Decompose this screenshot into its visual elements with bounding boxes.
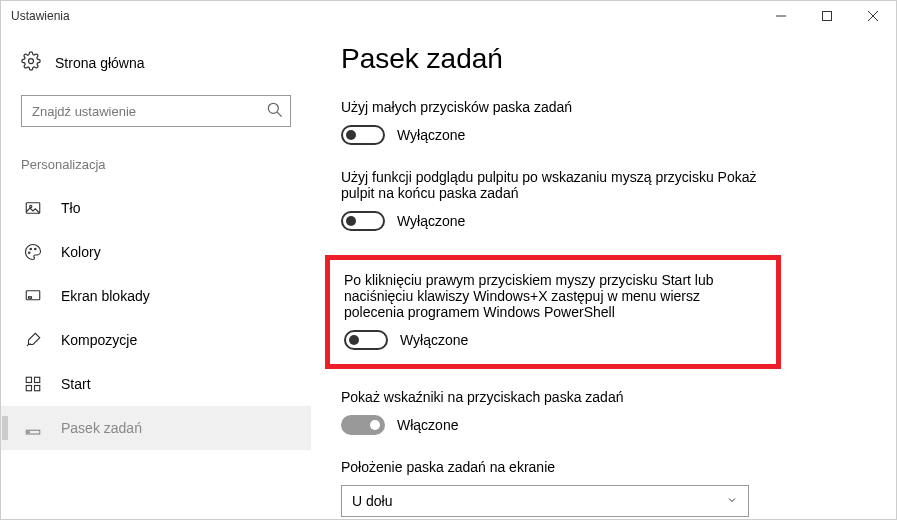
sidebar-item-label: Pasek zadań (61, 420, 142, 436)
setting-position: Położenie paska zadań na ekranie U dołu (341, 459, 866, 517)
home-link[interactable]: Strona główna (21, 51, 291, 75)
main-panel: Pasek zadań Użyj małych przycisków paska… (311, 31, 896, 519)
lockscreen-icon (23, 287, 43, 305)
setting-label: Użyj małych przycisków paska zadań (341, 99, 761, 115)
sidebar-item-themes[interactable]: Kompozycje (1, 318, 311, 362)
chevron-down-icon (726, 494, 738, 509)
toggle-state: Wyłączone (400, 332, 468, 348)
page-title: Pasek zadań (341, 43, 866, 75)
brush-icon (23, 331, 43, 349)
active-indicator (2, 416, 8, 440)
toggle-peek[interactable] (341, 211, 385, 231)
setting-badges: Pokaż wskaźniki na przyciskach paska zad… (341, 389, 866, 435)
sidebar-item-taskbar[interactable]: Pasek zadań (1, 406, 311, 450)
start-icon (23, 375, 43, 393)
sidebar-nav: Tło Kolory Ekran blokady Kompozycje (1, 186, 311, 450)
sidebar-item-colors[interactable]: Kolory (1, 230, 311, 274)
category-label: Personalizacja (21, 157, 291, 172)
toggle-state: Wyłączone (397, 127, 465, 143)
svg-rect-13 (29, 297, 32, 299)
toggle-state: Włączone (397, 417, 458, 433)
sidebar-item-label: Start (61, 376, 91, 392)
svg-point-9 (29, 252, 31, 254)
svg-line-6 (277, 112, 282, 117)
setting-label: Po kliknięciu prawym przyciskiem myszy p… (344, 272, 762, 320)
window-titlebar: Ustawienia (1, 1, 896, 31)
sidebar-item-label: Ekran blokady (61, 288, 150, 304)
sidebar-item-label: Kompozycje (61, 332, 137, 348)
home-label: Strona główna (55, 55, 145, 71)
sidebar-item-lockscreen[interactable]: Ekran blokady (1, 274, 311, 318)
minimize-button[interactable] (758, 1, 804, 31)
gear-icon (21, 51, 41, 75)
setting-label: Użyj funkcji podglądu pulpitu po wskazan… (341, 169, 761, 201)
window-title: Ustawienia (11, 9, 70, 23)
toggle-state: Wyłączone (397, 213, 465, 229)
toggle-powershell[interactable] (344, 330, 388, 350)
close-button[interactable] (850, 1, 896, 31)
setting-small-buttons: Użyj małych przycisków paska zadań Wyłąc… (341, 99, 866, 145)
window-controls (758, 1, 896, 31)
svg-rect-1 (823, 12, 832, 21)
sidebar-item-label: Tło (61, 200, 80, 216)
sidebar: Strona główna Personalizacja Tło Kolory (1, 31, 311, 519)
sidebar-item-label: Kolory (61, 244, 101, 260)
taskbar-icon (23, 419, 43, 437)
svg-rect-19 (28, 432, 30, 433)
svg-rect-15 (35, 377, 40, 382)
setting-label: Położenie paska zadań na ekranie (341, 459, 761, 475)
svg-rect-16 (26, 386, 31, 391)
sidebar-item-start[interactable]: Start (1, 362, 311, 406)
setting-label: Pokaż wskaźniki na przyciskach paska zad… (341, 389, 761, 405)
svg-point-10 (30, 248, 32, 250)
search-input[interactable] (21, 95, 291, 127)
toggle-badges[interactable] (341, 415, 385, 435)
search-box[interactable] (21, 95, 291, 127)
toggle-small-buttons[interactable] (341, 125, 385, 145)
svg-point-4 (29, 59, 34, 64)
svg-rect-17 (35, 386, 40, 391)
dropdown-value: U dołu (352, 493, 392, 509)
svg-rect-14 (26, 377, 31, 382)
maximize-button[interactable] (804, 1, 850, 31)
position-dropdown[interactable]: U dołu (341, 485, 749, 517)
image-icon (23, 199, 43, 217)
search-icon (265, 100, 285, 124)
setting-peek: Użyj funkcji podglądu pulpitu po wskazan… (341, 169, 866, 231)
svg-point-11 (35, 248, 37, 250)
svg-point-5 (268, 103, 278, 113)
sidebar-item-background[interactable]: Tło (1, 186, 311, 230)
highlighted-setting: Po kliknięciu prawym przyciskiem myszy p… (325, 255, 781, 369)
palette-icon (23, 243, 43, 261)
